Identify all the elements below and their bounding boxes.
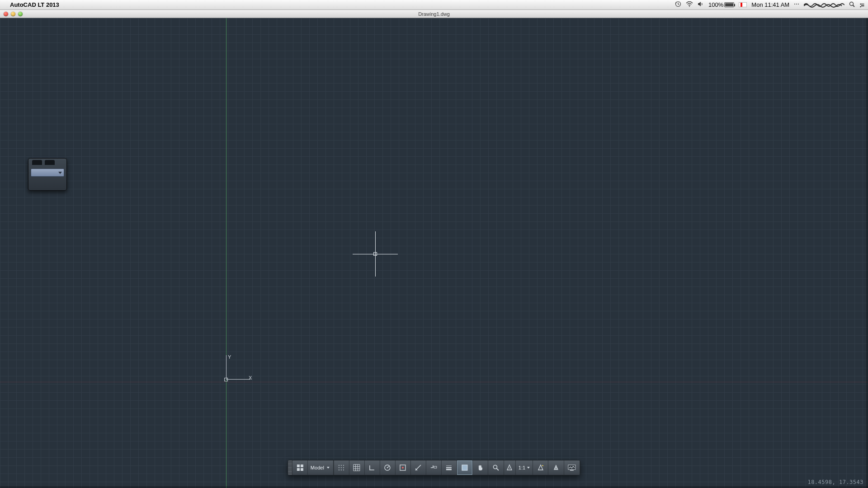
svg-point-18 (341, 469, 342, 470)
annotation-scale-icon[interactable] (504, 460, 516, 475)
svg-rect-9 (297, 468, 299, 471)
battery-icon (724, 2, 734, 7)
model-space-label: Model (311, 465, 324, 470)
svg-point-1 (689, 6, 690, 7)
svg-point-4 (798, 4, 799, 5)
spotlight-icon[interactable] (849, 1, 855, 9)
chevron-down-icon (527, 467, 530, 469)
pan-button[interactable] (473, 460, 488, 475)
osnap-toggle-button[interactable] (396, 460, 411, 475)
annotation-visibility-button[interactable] (533, 460, 548, 475)
svg-point-14 (339, 467, 340, 468)
sync-status-icon[interactable] (794, 1, 799, 8)
ortho-toggle-button[interactable] (365, 460, 380, 475)
battery-status[interactable]: 100% (708, 1, 734, 8)
macos-menubar: AutoCAD LT 2013 100% Mon 11:41 AM :≡ (0, 0, 868, 10)
svg-rect-8 (300, 465, 303, 467)
ucs-x-label: X (249, 375, 252, 380)
annotation-scale-dropdown[interactable]: 1:1 (516, 460, 533, 475)
zoom-button[interactable] (488, 460, 504, 475)
battery-pct: 100% (708, 1, 723, 8)
vertical-scrollbar[interactable] (866, 18, 868, 488)
ucs-icon[interactable]: Y X (223, 355, 255, 387)
svg-line-31 (496, 469, 499, 471)
document-title: Drawing1.dwg (0, 11, 868, 17)
svg-point-3 (796, 4, 797, 5)
polar-toggle-button[interactable] (380, 460, 396, 475)
snap-toggle-button[interactable] (334, 460, 349, 475)
axis-y-guide (226, 18, 226, 488)
svg-point-12 (341, 465, 342, 466)
chevron-down-icon (58, 172, 62, 174)
model-space-button[interactable]: Model (308, 460, 334, 475)
svg-point-13 (343, 465, 344, 466)
ucs-y-label: Y (228, 354, 231, 360)
app-name[interactable]: AutoCAD LT 2013 (10, 1, 59, 8)
svg-point-21 (387, 467, 388, 468)
palette-dropdown[interactable] (31, 169, 64, 177)
svg-rect-34 (570, 470, 574, 471)
svg-rect-10 (300, 468, 303, 471)
volume-icon[interactable] (698, 1, 704, 8)
drawing-canvas[interactable]: Y X Model (0, 18, 868, 488)
lineweight-toggle-button[interactable] (442, 460, 457, 475)
window-close-button[interactable] (4, 12, 8, 16)
svg-rect-28 (462, 465, 467, 470)
annotation-scale-value: 1:1 (519, 465, 525, 470)
svg-point-11 (339, 465, 340, 466)
status-bar: Model (288, 460, 580, 475)
notification-center-icon[interactable]: :≡ (859, 1, 863, 9)
svg-rect-24 (434, 466, 437, 468)
hardware-accel-button[interactable] (564, 460, 580, 475)
svg-point-19 (343, 469, 344, 470)
floating-palette[interactable] (28, 158, 67, 191)
svg-point-32 (509, 468, 510, 469)
svg-point-2 (794, 4, 795, 5)
axis-x-guide (0, 382, 868, 382)
input-source-flag-icon[interactable] (739, 2, 747, 7)
timemachine-icon[interactable] (675, 1, 681, 9)
grid-toggle-button[interactable] (349, 460, 365, 475)
svg-point-23 (402, 467, 404, 469)
svg-line-6 (853, 5, 855, 7)
wifi-icon[interactable] (686, 1, 693, 8)
clock[interactable]: Mon 11:41 AM (751, 1, 789, 8)
svg-point-30 (493, 465, 497, 469)
svg-rect-7 (297, 465, 299, 467)
window-minimize-button[interactable] (11, 12, 15, 16)
otrack-toggle-button[interactable] (411, 460, 426, 475)
transparency-toggle-button[interactable] (457, 460, 472, 475)
user-name-redacted (804, 2, 844, 8)
annotation-autoscale-button[interactable] (548, 460, 564, 475)
workspace-switch-button[interactable] (292, 460, 308, 475)
horizontal-scrollbar[interactable] (0, 486, 868, 488)
chevron-down-icon (327, 467, 330, 469)
svg-point-16 (343, 467, 344, 468)
svg-point-5 (850, 2, 854, 5)
coordinate-readout: 18.4598, 17.3543 (807, 479, 863, 485)
crosshair-cursor (353, 231, 398, 277)
toolbar-grip[interactable] (288, 460, 292, 475)
window-zoom-button[interactable] (18, 12, 23, 16)
dynamic-input-button[interactable] (426, 460, 442, 475)
window-titlebar: Drawing1.dwg (0, 10, 868, 18)
svg-point-17 (339, 469, 340, 470)
svg-point-15 (341, 467, 342, 468)
